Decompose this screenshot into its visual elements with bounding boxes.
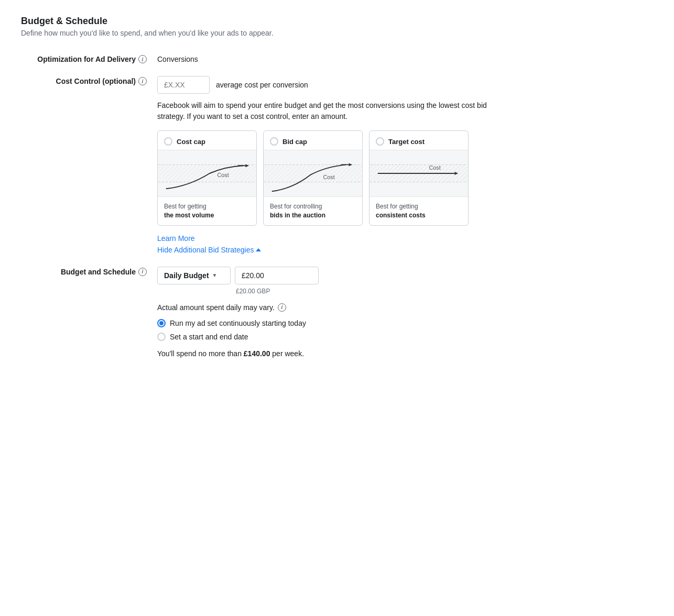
radio-start-end-indicator [157,333,166,341]
radio-continuous[interactable]: Run my ad set continuously starting toda… [157,319,653,327]
hide-strategies-link[interactable]: Hide Additional Bid Strategies [157,246,653,254]
bid-card-target-cost-chart: Cost [369,150,468,197]
cost-control-info-icon[interactable]: i [138,77,147,85]
cost-control-content: average cost per conversion Facebook wil… [157,76,653,254]
optimization-content: Conversions [157,54,653,63]
bid-card-target-cost-header: Target cost [369,131,468,150]
cost-control-input[interactable] [157,76,210,94]
budget-type-dropdown[interactable]: Daily Budget ▼ [157,267,231,284]
bid-card-cost-cap-header: Cost cap [158,131,256,150]
weekly-spend-note: You'll spend no more than £140.00 per we… [157,349,653,358]
budget-schedule-content: Daily Budget ▼ £20.00 GBP Actual amount … [157,267,653,358]
svg-text:Cost: Cost [429,164,441,171]
svg-rect-1 [158,164,256,182]
page-container: Budget & Schedule Define how much you'd … [21,16,653,358]
dropdown-chevron-icon: ▼ [212,272,218,278]
optimization-label: Optimization for Ad Delivery i [21,54,157,63]
bid-card-cost-cap[interactable]: Cost cap [157,130,257,226]
bid-card-bid-cap-radio [270,137,278,146]
actual-amount-info-icon[interactable]: i [278,303,286,312]
budget-schedule-section: Budget and Schedule i Daily Budget ▼ £20… [21,267,653,358]
cost-description: Facebook will aim to spend your entire b… [157,100,514,122]
bid-card-cost-cap-title: Cost cap [177,138,205,146]
budget-row: Daily Budget ▼ [157,267,653,284]
bid-strategy-cards: Cost cap [157,130,653,226]
svg-text:Cost: Cost [323,174,335,180]
bid-card-target-cost-desc: Best for getting consistent costs [369,197,468,225]
section-header: Budget & Schedule Define how much you'd … [21,16,653,37]
bid-card-target-cost-title: Target cost [388,138,425,146]
bid-card-cost-cap-chart: Cost [158,150,256,197]
budget-schedule-label: Budget and Schedule i [21,267,157,276]
bid-card-bid-cap-header: Bid cap [264,131,362,150]
learn-more-link[interactable]: Learn More [157,234,653,243]
bid-card-bid-cap-desc: Best for controlling bids in the auction [264,197,362,225]
actual-amount-row: Actual amount spent daily may vary. i [157,303,653,312]
bid-card-cost-cap-radio [164,137,172,146]
cost-input-suffix: average cost per conversion [216,81,308,89]
bid-card-bid-cap[interactable]: Bid cap [263,130,363,226]
upward-triangle-icon [256,248,261,251]
cost-control-label: Cost Control (optional) i [21,76,157,85]
budget-schedule-info-icon[interactable]: i [138,268,147,276]
radio-continuous-indicator [157,319,166,327]
page-subtitle: Define how much you'd like to spend, and… [21,29,653,37]
bid-card-target-cost[interactable]: Target cost [369,130,469,226]
cost-control-input-row: average cost per conversion [157,76,653,94]
bid-card-bid-cap-title: Bid cap [282,138,307,146]
bid-card-cost-cap-desc: Best for getting the most volume [158,197,256,225]
svg-text:Cost: Cost [218,172,229,178]
optimization-info-icon[interactable]: i [138,55,147,63]
bid-card-target-cost-radio [376,137,384,146]
bid-card-bid-cap-chart: Cost [264,150,362,197]
cost-control-section: Cost Control (optional) i average cost p… [21,76,653,254]
budget-currency-note: £20.00 GBP [236,288,653,295]
radio-start-end[interactable]: Set a start and end date [157,333,653,341]
optimization-value: Conversions [157,54,653,63]
page-title: Budget & Schedule [21,16,653,27]
optimization-section: Optimization for Ad Delivery i Conversio… [21,54,653,63]
budget-amount-input[interactable] [235,267,319,284]
